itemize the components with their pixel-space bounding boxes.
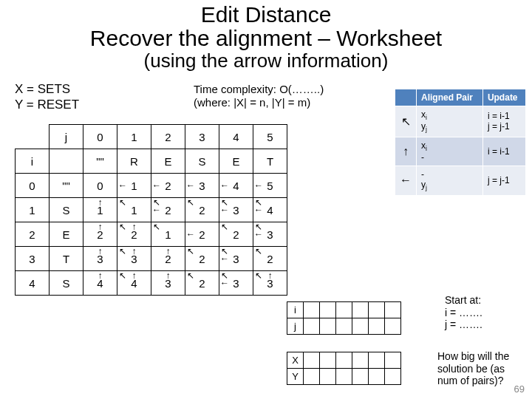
dp-table: j 0 1 2 3 4 5 i "" R E S E T 0""0←1←2←3←… [15, 124, 287, 296]
dp-cell: ↑3 [83, 247, 117, 271]
ij-trace-table: i j [287, 301, 401, 335]
arrow-diag-icon: ↖ [187, 198, 194, 207]
arrow-left-icon: ← [254, 205, 263, 214]
size-question: How big will the solution be (as num of … [437, 350, 526, 387]
arrow-up-icon: ↑ [132, 247, 137, 256]
arrow-left-icon: ← [254, 230, 263, 239]
arrow-up-icon: ↑ [98, 198, 103, 207]
arrow-left-icon: ← [220, 205, 229, 214]
arrow-diag-icon: ↖ [153, 222, 160, 231]
arrow-left-icon: ← [254, 181, 263, 190]
legend-update: j = j-1 [482, 166, 525, 195]
label-j: j [50, 125, 83, 149]
arrow-left-icon: ← [220, 181, 229, 190]
dp-cell: ↖2 [185, 247, 219, 271]
dp-cell: ↖1 [151, 222, 185, 247]
legend-update: i = i-1 [482, 137, 525, 166]
dp-cell: ↖2 [185, 271, 219, 296]
arrow-left-icon: ← [152, 205, 161, 214]
dp-cell: ↖←4 [253, 198, 287, 222]
legend-update: i = i-1j = j-1 [482, 106, 525, 137]
dp-cell: ↖2 [253, 247, 287, 271]
arrow-left-icon: ← [186, 230, 195, 239]
arrow-up-icon: ↑ [268, 271, 273, 280]
arrow-diag-icon: ↖ [187, 247, 194, 256]
arrow-left-icon: ← [220, 279, 229, 287]
label-i: i [16, 149, 50, 174]
arrow-up-icon: ↑ [166, 247, 171, 256]
legend-arrow-icon: ← [395, 166, 417, 195]
legend-arrow-icon: ↖ [395, 106, 417, 137]
dp-cell: ↖1 [117, 198, 151, 222]
dp-cell: ↖↑3 [253, 271, 287, 296]
subtitle: (using the arrow information) [0, 50, 532, 72]
dp-cell: ↑2 [151, 247, 185, 271]
arrow-diag-icon: ↖ [119, 222, 126, 231]
dp-cell: ↖↑2 [117, 222, 151, 247]
dp-cell: ↖←3 [219, 271, 253, 296]
dp-cell: ↑2 [83, 222, 117, 247]
legend-pair: -yj [417, 166, 483, 195]
dp-cell: ←5 [253, 174, 287, 198]
arrow-diag-icon: ↖ [119, 271, 126, 280]
dp-cell: ↖↑3 [117, 247, 151, 271]
page-number: 69 [514, 383, 525, 395]
arrow-up-icon: ↑ [98, 271, 103, 280]
dp-cell: ↖↑4 [117, 271, 151, 296]
arrow-legend: Aligned Pair Update ↖xiyji = i-1j = j-1↑… [395, 89, 526, 196]
dp-cell: ←2 [151, 174, 185, 198]
arrow-up-icon: ↑ [132, 271, 137, 280]
arrow-up-icon: ↑ [132, 222, 137, 231]
arrow-diag-icon: ↖ [119, 247, 126, 256]
arrow-diag-icon: ↖ [221, 222, 228, 231]
arrow-diag-icon: ↖ [187, 271, 194, 280]
legend-pair: xiyj [417, 106, 483, 137]
xy-alignment-table: X Y [287, 352, 401, 385]
dp-cell: ↑1 [83, 198, 117, 222]
arrow-left-icon: ← [220, 254, 229, 263]
dp-cell: 0 [83, 174, 117, 198]
arrow-up-icon: ↑ [166, 271, 171, 280]
title-line2: Recover the alignment – Worksheet [7, 27, 525, 50]
arrow-left-icon: ← [118, 181, 127, 190]
dp-cell: ←1 [117, 174, 151, 198]
arrow-diag-icon: ↖ [255, 271, 262, 280]
dp-cell: ↑3 [151, 271, 185, 296]
complexity-note: Time complexity: O(……..) (where: |X| = n… [194, 83, 324, 109]
arrow-left-icon: ← [186, 181, 195, 190]
legend-arrow-icon: ↑ [395, 137, 417, 166]
dp-cell: ↖←2 [151, 198, 185, 222]
dp-cell: ←4 [219, 174, 253, 198]
dp-cell: ←2 [185, 222, 219, 247]
arrow-diag-icon: ↖ [119, 198, 126, 207]
dp-cell: ↖←3 [219, 198, 253, 222]
dp-cell: ←3 [185, 174, 219, 198]
arrow-up-icon: ↑ [98, 222, 103, 231]
dp-cell: ↖←3 [219, 247, 253, 271]
arrow-up-icon: ↑ [98, 247, 103, 256]
arrow-left-icon: ← [152, 181, 161, 190]
dp-cell: ↖2 [219, 222, 253, 247]
dp-cell: ↖2 [185, 198, 219, 222]
arrow-diag-icon: ↖ [255, 247, 262, 256]
title-line1: Edit Distance [7, 3, 525, 27]
legend-pair: xi- [417, 137, 483, 166]
dp-cell: ↖←3 [253, 222, 287, 247]
start-note: Start at:i = …….j = ……. [445, 294, 526, 331]
dp-cell: ↑4 [83, 271, 117, 296]
